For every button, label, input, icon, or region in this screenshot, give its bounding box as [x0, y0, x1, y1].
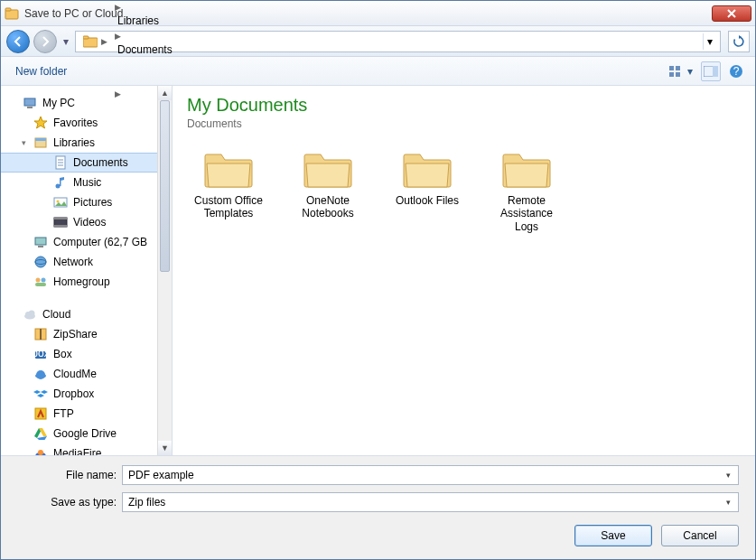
tree-item[interactable]: Pictures	[1, 192, 157, 212]
tree-item[interactable]: Music	[1, 173, 157, 192]
folder-item[interactable]: Remote Assistance Logs	[485, 145, 568, 238]
refresh-button[interactable]	[728, 31, 750, 52]
svg-rect-13	[27, 107, 33, 108]
scroll-track[interactable]	[158, 100, 172, 441]
svg-text:?: ?	[733, 65, 740, 78]
cancel-button[interactable]: Cancel	[661, 525, 739, 546]
mediafire-icon	[33, 446, 48, 455]
bottom-panel: File name: ▾ Save as type: Zip files ▾ S…	[1, 456, 755, 559]
tree-item[interactable]: Dropbox	[1, 384, 157, 404]
app-icon	[5, 6, 19, 21]
help-button[interactable]: ?	[726, 61, 746, 81]
button-row: Save Cancel	[17, 525, 739, 546]
computer-icon	[33, 235, 48, 249]
tree-item[interactable]: ▾Libraries	[1, 133, 157, 153]
pc-icon	[23, 96, 37, 110]
arrow-left-icon	[13, 36, 23, 47]
save-type-label: Save as type:	[17, 496, 117, 509]
tree-item-label: MediaFire	[53, 447, 101, 455]
svg-rect-6	[669, 72, 674, 77]
tree-item[interactable]: Computer (62,7 GB	[1, 232, 157, 252]
folder-icon	[203, 149, 254, 189]
folder-icon	[303, 149, 353, 189]
svg-point-29	[35, 257, 46, 267]
save-button[interactable]: Save	[574, 525, 652, 546]
tree-item-label: Homegroup	[53, 275, 110, 288]
tree-item[interactable]: CloudMe	[1, 364, 157, 384]
svg-rect-33	[35, 283, 46, 286]
back-button[interactable]	[6, 30, 30, 53]
new-folder-button[interactable]: New folder	[10, 61, 72, 81]
file-name-combo[interactable]: ▾	[122, 465, 739, 485]
folder-grid: Custom Office TemplatesOneNote Notebooks…	[187, 145, 741, 238]
box-icon: box	[33, 347, 48, 361]
tree-item[interactable]: ZipShare	[1, 324, 157, 344]
tree-item[interactable]: Favorites	[1, 113, 157, 133]
svg-rect-12	[24, 98, 35, 106]
sidebar-scrollbar[interactable]: ▲ ▼	[157, 86, 172, 455]
file-name-dropdown[interactable]: ▾	[721, 468, 735, 482]
view-icons-icon	[668, 65, 681, 78]
expander-icon: ▾	[19, 138, 28, 147]
star-icon	[33, 116, 48, 130]
tree-root[interactable]: Cloud	[1, 304, 157, 324]
svg-rect-4	[669, 66, 674, 70]
address-bar[interactable]: ▶ My PC▶Libraries▶Documents▶My Documents…	[75, 31, 721, 52]
breadcrumb-segment[interactable]: Documents	[114, 42, 193, 58]
tree-item[interactable]: Videos	[1, 212, 157, 232]
svg-rect-3	[83, 36, 89, 39]
tree-item[interactable]: Google Drive	[1, 424, 157, 443]
svg-rect-1	[5, 8, 11, 11]
refresh-icon	[733, 35, 745, 48]
folder-label: Remote Assistance Logs	[490, 194, 564, 233]
view-mode-button[interactable]	[665, 61, 685, 81]
preview-pane-button[interactable]	[701, 61, 721, 81]
videos-icon	[53, 215, 68, 229]
libraries-icon	[33, 135, 48, 150]
tree-root-label: My PC	[42, 97, 75, 109]
recent-locations-dropdown[interactable]: ▾	[61, 30, 71, 53]
tree-item-label: CloudMe	[53, 368, 97, 380]
tree-item[interactable]: Homegroup	[1, 272, 157, 292]
scroll-up-button[interactable]: ▲	[158, 86, 172, 100]
tree-item-label: Documents	[73, 156, 128, 169]
breadcrumb-segment[interactable]: Libraries	[114, 13, 193, 29]
tree-item-label: Google Drive	[53, 427, 117, 440]
save-type-value: Zip files	[128, 496, 733, 509]
tree-item[interactable]: boxBox	[1, 344, 157, 364]
scroll-down-button[interactable]: ▼	[158, 441, 172, 455]
svg-text:box: box	[33, 347, 48, 359]
folder-item[interactable]: Outlook Files	[386, 145, 469, 238]
folder-item[interactable]: Custom Office Templates	[187, 145, 270, 238]
svg-rect-28	[38, 246, 43, 247]
pictures-icon	[53, 195, 68, 210]
tree-item[interactable]: FTP	[1, 404, 157, 424]
file-name-row: File name: ▾	[17, 465, 739, 485]
tree-item[interactable]: Documents	[1, 153, 157, 173]
cloud-icon	[23, 307, 37, 322]
breadcrumb-root-icon[interactable]: ▶	[79, 33, 112, 50]
tree-item[interactable]: MediaFire	[1, 443, 157, 455]
file-name-input[interactable]	[128, 469, 733, 481]
close-button[interactable]	[712, 5, 751, 22]
doc-icon	[53, 155, 68, 170]
scroll-thumb[interactable]	[160, 100, 170, 272]
svg-point-44	[38, 450, 43, 455]
address-history-dropdown[interactable]: ▾	[703, 33, 716, 50]
location-subtitle: Documents	[187, 117, 741, 130]
svg-rect-7	[676, 72, 680, 77]
folder-label: Custom Office Templates	[191, 194, 266, 220]
folder-icon	[501, 149, 552, 189]
location-title: My Documents	[187, 95, 741, 116]
tree-root-label: Cloud	[42, 308, 70, 321]
folder-item[interactable]: OneNote Notebooks	[286, 145, 369, 238]
folder-label: Outlook Files	[390, 194, 464, 207]
save-type-dropdown[interactable]: ▾	[721, 495, 735, 509]
view-mode-dropdown[interactable]: ▾	[685, 61, 695, 81]
tree-root[interactable]: My PC	[1, 93, 157, 113]
zipshare-icon	[33, 327, 48, 341]
tree-item[interactable]: Network	[1, 252, 157, 272]
save-type-combo[interactable]: Zip files ▾	[122, 492, 739, 512]
folder-icon	[83, 35, 98, 48]
forward-button[interactable]	[33, 30, 57, 53]
